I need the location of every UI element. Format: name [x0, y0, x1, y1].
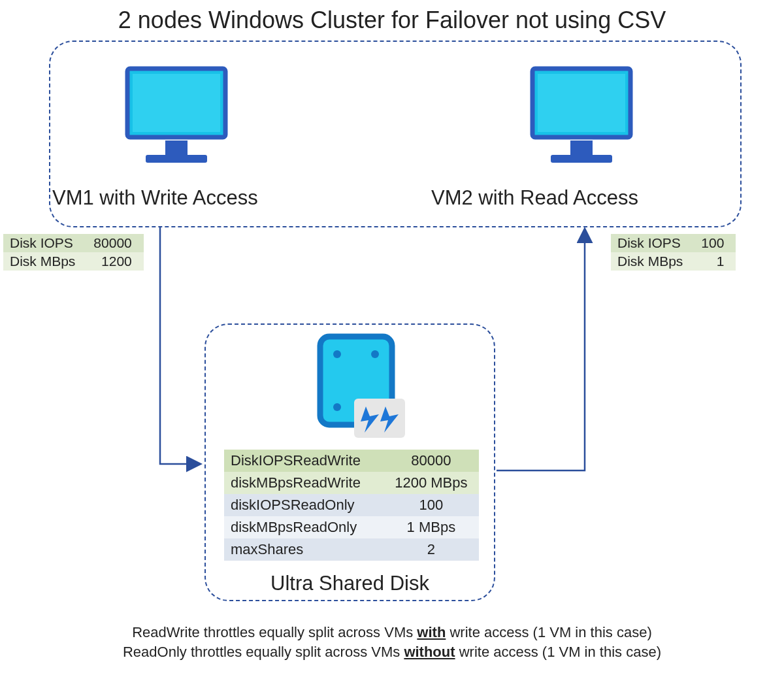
arrow-disk-to-vm2	[497, 230, 585, 471]
footnote-readwrite: ReadWrite throttles equally split across…	[0, 624, 784, 641]
footnote-text: ReadWrite throttles equally split across…	[132, 624, 417, 640]
footnote-emphasis: with	[417, 624, 446, 640]
footnote-emphasis: without	[404, 644, 455, 660]
footnote-text: write access (1 VM in this case)	[455, 644, 661, 660]
footnote-readonly: ReadOnly throttles equally split across …	[0, 644, 784, 661]
arrow-vm1-to-disk	[160, 227, 199, 464]
footnote-text: write access (1 VM in this case)	[446, 624, 651, 640]
footnote-text: ReadOnly throttles equally split across …	[123, 644, 404, 660]
arrows-layer	[0, 0, 784, 653]
